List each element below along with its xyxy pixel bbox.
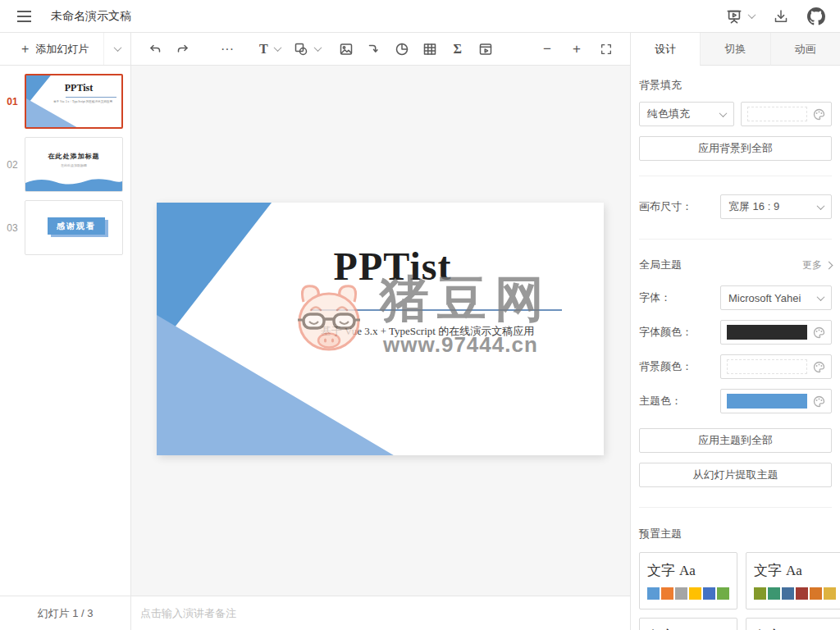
chart-tool[interactable] xyxy=(390,37,414,62)
present-button[interactable] xyxy=(725,7,755,25)
undo-icon xyxy=(148,42,162,57)
document-title[interactable]: 未命名演示文稿 xyxy=(51,9,131,24)
font-color-picker[interactable] xyxy=(720,320,832,345)
tab-design[interactable]: 设计 xyxy=(631,33,700,66)
color-swatch xyxy=(727,359,807,374)
slide-thumbnail-1[interactable]: PPTist 基于 Vue 3.x + TypeScript 的在线演示文稿应用 xyxy=(25,74,123,129)
thumb-subtitle: 在此处添加副标题 xyxy=(25,163,122,167)
theme-color-picker[interactable] xyxy=(720,389,832,413)
divider xyxy=(639,239,832,240)
fill-type-value: 纯色填充 xyxy=(647,107,690,121)
preset-theme-card-2[interactable]: 文字Aa xyxy=(746,552,840,609)
slide-counter: 幻灯片 1 / 3 xyxy=(0,596,130,630)
background-color-picker[interactable] xyxy=(741,102,833,126)
image-icon xyxy=(339,42,354,57)
chevron-down-icon xyxy=(817,293,825,301)
font-color-label: 字体颜色： xyxy=(639,325,692,340)
palette-color xyxy=(689,587,701,600)
slide-thumb-row-1: 01 PPTist 基于 Vue 3.x + TypeScript 的在线演示文… xyxy=(0,74,130,129)
fit-screen-button[interactable] xyxy=(594,37,619,62)
font-select[interactable]: Microsoft Yahei xyxy=(720,285,832,310)
apply-background-all-button[interactable]: 应用背景到全部 xyxy=(639,136,832,161)
bg-color-label: 背景颜色： xyxy=(639,359,692,374)
download-icon xyxy=(773,8,789,25)
more-label: 更多 xyxy=(802,258,822,272)
theme-card-text: 文字Aa xyxy=(647,627,729,630)
palette-icon xyxy=(813,395,825,408)
github-link[interactable] xyxy=(807,7,825,25)
global-theme-header: 全局主题 更多 xyxy=(639,258,832,272)
theme-card-text: 文字Aa xyxy=(754,627,836,630)
slide-subtitle-text[interactable]: 基于 Vue 3.x + TypeScript 的在线演示文稿应用 xyxy=(251,324,604,339)
formula-tool[interactable]: Σ xyxy=(445,37,470,62)
palette-color xyxy=(647,587,660,600)
chevron-down-icon[interactable] xyxy=(313,43,322,52)
github-icon xyxy=(807,7,825,25)
media-icon xyxy=(478,42,493,57)
zoom-in-button[interactable]: + xyxy=(564,37,589,62)
chevron-down-icon[interactable] xyxy=(748,11,756,19)
theme-card-text: 文字Aa xyxy=(647,561,729,580)
font-label: 字体： xyxy=(639,290,671,305)
background-fill-heading: 背景填充 xyxy=(639,78,832,93)
color-swatch xyxy=(747,107,808,121)
extract-theme-button[interactable]: 从幻灯片提取主题 xyxy=(639,463,832,487)
theme-color-row: 主题色： xyxy=(639,389,832,413)
speaker-notes-input[interactable]: 点击输入演讲者备注 xyxy=(131,596,630,630)
export-button[interactable] xyxy=(773,8,789,25)
zoom-out-icon: − xyxy=(543,41,551,57)
palette-color xyxy=(754,587,766,600)
font-color-row: 字体颜色： xyxy=(639,320,832,345)
color-swatch xyxy=(727,394,807,409)
bg-color-picker[interactable] xyxy=(720,354,832,379)
settings-panel: 设计 切换 动画 背景填充 纯色填充 xyxy=(630,33,840,630)
add-slide-dropdown[interactable] xyxy=(103,33,130,65)
palette-color xyxy=(717,587,729,600)
undo-button[interactable] xyxy=(143,37,167,62)
preset-theme-card-3[interactable]: 文字Aa xyxy=(639,618,737,630)
text-tool[interactable]: T xyxy=(259,42,281,57)
preset-theme-card-1[interactable]: 文字Aa xyxy=(639,552,737,609)
title-divider-line[interactable] xyxy=(311,309,562,311)
panel-tabs: 设计 切换 动画 xyxy=(631,33,840,66)
current-slide[interactable]: PPTist 基于 Vue 3.x + TypeScript 的在线演示文稿应用 xyxy=(157,203,604,455)
slide-thumbnail-3[interactable]: 感谢观看 xyxy=(25,200,123,255)
table-tool[interactable] xyxy=(418,37,442,62)
theme-more-link[interactable]: 更多 xyxy=(802,258,832,272)
zoom-out-button[interactable]: − xyxy=(535,37,559,62)
theme-card-text: 文字Aa xyxy=(754,561,836,580)
preset-theme-card-4[interactable]: 文字Aa xyxy=(746,618,840,630)
canvas-size-label: 画布尺寸： xyxy=(639,199,692,214)
tab-animation[interactable]: 动画 xyxy=(770,33,840,66)
chevron-down-icon[interactable] xyxy=(273,43,281,52)
canvas-toolbar: ··· T xyxy=(131,33,630,66)
preset-theme-grid: 文字Aa 文字Aa 文字Aa xyxy=(639,552,832,630)
slide-thumb-row-2: 02 在此处添加标题 在此处添加副标题 xyxy=(0,137,130,192)
table-icon xyxy=(422,42,437,57)
canvas-size-select[interactable]: 宽屏 16 : 9 xyxy=(720,194,832,219)
bg-color-row: 背景颜色： xyxy=(639,354,832,379)
add-slide-button[interactable]: + 添加幻灯片 xyxy=(0,33,103,65)
redo-button[interactable] xyxy=(171,37,195,62)
tab-transition[interactable]: 切换 xyxy=(700,33,769,66)
color-swatch xyxy=(727,325,807,340)
shape-tool[interactable] xyxy=(294,42,321,57)
palette-icon xyxy=(813,108,825,121)
image-tool[interactable] xyxy=(334,37,358,62)
slide-title-text[interactable]: PPTist xyxy=(181,244,604,289)
add-slide-label: 添加幻灯片 xyxy=(35,42,89,57)
redo-icon xyxy=(176,42,190,57)
apply-theme-all-button[interactable]: 应用主题到全部 xyxy=(639,428,832,453)
palette-color xyxy=(796,587,808,600)
menu-icon[interactable] xyxy=(10,4,38,29)
top-bar: 未命名演示文稿 xyxy=(0,0,840,33)
more-tools-button[interactable]: ··· xyxy=(215,37,240,62)
fill-type-select[interactable]: 纯色填充 xyxy=(639,102,734,126)
slide-canvas[interactable]: PPTist 基于 Vue 3.x + TypeScript 的在线演示文稿应用 xyxy=(131,66,630,596)
palette-color xyxy=(703,587,715,600)
more-icon: ··· xyxy=(221,42,234,57)
slide-thumbnail-2[interactable]: 在此处添加标题 在此处添加副标题 xyxy=(25,137,123,192)
theme-color-label: 主题色： xyxy=(639,394,682,409)
media-tool[interactable] xyxy=(473,37,498,62)
line-tool[interactable] xyxy=(362,37,386,62)
